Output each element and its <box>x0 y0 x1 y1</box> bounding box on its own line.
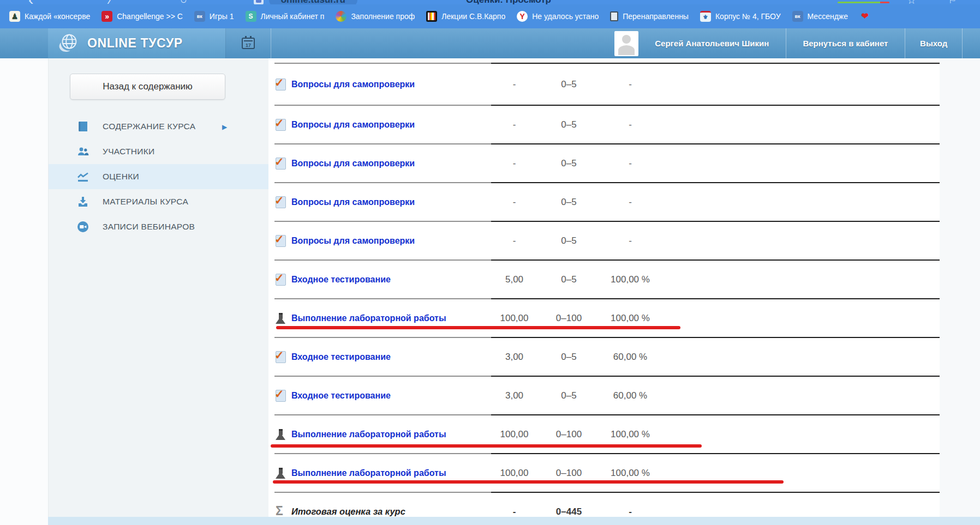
bottom-page-band <box>48 517 980 525</box>
bookmark-kazhdoy[interactable]: ♟ Каждой «консерве <box>9 11 90 22</box>
bookmark-messenger[interactable]: вк Мессендже <box>792 11 848 22</box>
globe-logo-icon <box>56 32 81 56</box>
page-left-margin <box>0 58 48 525</box>
bookmark-changellenge[interactable]: » Changellenge >> C <box>101 11 183 22</box>
grade-item-link[interactable]: Входное тестирование <box>291 352 391 362</box>
sidebar-item-chart[interactable]: ОЦЕНКИ <box>49 164 268 189</box>
grade-percent: 100,00 % <box>600 313 660 324</box>
grade-score: - <box>491 119 537 130</box>
bookmark-heart[interactable]: ❤ <box>859 11 870 22</box>
grade-range: 0–100 <box>537 313 600 324</box>
vk-favicon-icon: вк <box>194 11 205 22</box>
grades-table: Вопросы для самопроверки - 0–5 - Вопросы… <box>274 63 940 525</box>
back-to-contents-button[interactable]: Назад к содержанию <box>70 74 225 100</box>
forward-icon[interactable] <box>110 0 112 4</box>
grade-score: - <box>491 236 537 246</box>
course-sidebar: Назад к содержанию СОДЕРЖАНИЕ КУРСА УЧАС… <box>48 58 268 525</box>
bookmark-igry-1[interactable]: вк Игры 1 <box>194 11 234 22</box>
reload-icon[interactable] <box>180 0 187 4</box>
site-permissions-icon[interactable] <box>254 0 264 4</box>
paw-favicon-icon <box>336 11 346 22</box>
sidebar-item-materials[interactable]: МАТЕРИАЛЫ КУРСА <box>49 189 268 214</box>
grade-item-link[interactable]: Входное тестирование <box>291 391 391 401</box>
quiz-icon <box>276 79 286 90</box>
back-icon[interactable] <box>28 0 33 4</box>
app-header: ONLINE ТУСУР 17 Сергей Анатольевич Шикин… <box>0 28 980 58</box>
webinar-icon <box>76 220 90 234</box>
grade-row: Входное тестирование 3,00 0–5 60,00 % <box>274 338 940 377</box>
logout-button[interactable]: Выход <box>905 28 962 58</box>
bookmark-korpus-4[interactable]: ⚜ Корпус № 4, ГБОУ <box>700 11 781 22</box>
header-tail <box>962 28 980 58</box>
materials-icon <box>76 195 90 209</box>
grade-score: 3,00 <box>491 390 537 401</box>
return-to-cabinet-button[interactable]: Вернуться в кабинет <box>786 28 905 58</box>
red-marker-underline <box>273 480 784 484</box>
grade-item-link[interactable]: Выполнение лабораторной работы <box>291 468 446 478</box>
grade-item-link[interactable]: Вопросы для самопроверки <box>291 236 415 246</box>
grade-item-link[interactable]: Выполнение лабораторной работы <box>291 430 446 439</box>
grade-row: Входное тестирование 5,00 0–5 100,00 % <box>274 261 940 299</box>
grade-range: 0–5 <box>537 197 600 208</box>
crest-favicon-icon: ⚜ <box>700 11 711 22</box>
grade-row: Вопросы для самопроверки - 0–5 - <box>274 106 940 144</box>
ya-favicon-icon: Y <box>517 11 528 22</box>
screen: online.tusur.ru Оценки: Просмотр ♟ Каждо… <box>0 0 980 525</box>
quiz-icon <box>276 274 286 286</box>
sidebar-item-webinar[interactable]: ЗАПИСИ ВЕБИНАРОВ <box>49 214 268 239</box>
grade-score: 3,00 <box>491 352 537 363</box>
book-icon <box>76 120 89 133</box>
avatar[interactable] <box>614 31 638 56</box>
grade-row: Вопросы для самопроверки - 0–5 - <box>274 63 940 106</box>
grade-row: Выполнение лабораторной работы 100,00 0–… <box>274 454 940 493</box>
book-icon <box>76 119 90 134</box>
grade-item-link[interactable]: Вопросы для самопроверки <box>291 159 415 168</box>
grade-row: Вопросы для самопроверки - 0–5 - <box>274 222 940 261</box>
quiz-icon <box>276 235 286 247</box>
sidebar-item-users[interactable]: УЧАСТНИКИ <box>49 139 268 164</box>
bookmark-lichny-kabinet[interactable]: S Личный кабинет п <box>246 11 325 22</box>
grade-score: - <box>491 506 537 517</box>
grade-percent: - <box>600 158 660 169</box>
grade-range: 0–100 <box>537 468 600 479</box>
sidebar-item-book[interactable]: СОДЕРЖАНИЕ КУРСА <box>49 114 268 139</box>
flag-icon[interactable] <box>948 0 957 4</box>
grade-percent: - <box>600 236 660 246</box>
grade-row: Выполнение лабораторной работы 100,00 0–… <box>274 415 940 454</box>
webinar-icon <box>76 220 89 233</box>
grade-row: Вопросы для самопроверки - 0–5 - <box>274 183 940 222</box>
bookmark-zapolnenie-prof[interactable]: Заполнение проф <box>336 11 415 22</box>
quiz-icon <box>276 196 286 208</box>
calendar-icon: 17 <box>242 38 255 49</box>
lab-icon <box>276 312 286 324</box>
grade-item-link[interactable]: Выполнение лабораторной работы <box>291 313 446 323</box>
bookmark-ne-udalos[interactable]: Y Не удалось устано <box>517 11 599 22</box>
bookmark-lekcii-karpova[interactable]: Лекции С.В.Карпо <box>426 11 505 22</box>
grade-score: 100,00 <box>491 313 537 324</box>
grade-percent: - <box>600 506 660 517</box>
url-bar[interactable]: online.tusur.ru <box>269 0 357 4</box>
grade-percent: 60,00 % <box>600 390 660 401</box>
chart-icon <box>76 170 90 184</box>
grade-item-link[interactable]: Вопросы для самопроверки <box>291 80 415 89</box>
bookmark-perenapravlenn[interactable]: Перенаправленны <box>610 11 689 21</box>
grade-item-link[interactable]: Входное тестирование <box>291 275 391 285</box>
grade-range: 0–5 <box>537 352 600 363</box>
grade-item-link[interactable]: Вопросы для самопроверки <box>291 120 415 130</box>
grade-item-link: Итоговая оценка за курс <box>291 506 405 517</box>
red-marker-underline <box>276 326 680 329</box>
browser-toolbar: online.tusur.ru Оценки: Просмотр <box>0 0 980 4</box>
calendar-button[interactable]: 17 <box>225 28 271 58</box>
bookmark-star-icon[interactable] <box>907 0 916 4</box>
user-name[interactable]: Сергей Анатольевич Шикин <box>638 28 786 58</box>
users-icon <box>76 145 89 158</box>
grade-row: Выполнение лабораторной работы 100,00 0–… <box>274 299 940 338</box>
logo-block[interactable]: ONLINE ТУСУР <box>48 28 225 58</box>
quiz-icon <box>276 158 286 170</box>
grade-item-link[interactable]: Вопросы для самопроверки <box>291 197 415 207</box>
quiz-icon <box>276 351 286 363</box>
heart-favicon-icon: ❤ <box>859 11 870 22</box>
grade-row: Вопросы для самопроверки - 0–5 - <box>274 144 940 183</box>
grades-content: Вопросы для самопроверки - 0–5 - Вопросы… <box>268 58 980 525</box>
sum-icon <box>276 506 286 518</box>
